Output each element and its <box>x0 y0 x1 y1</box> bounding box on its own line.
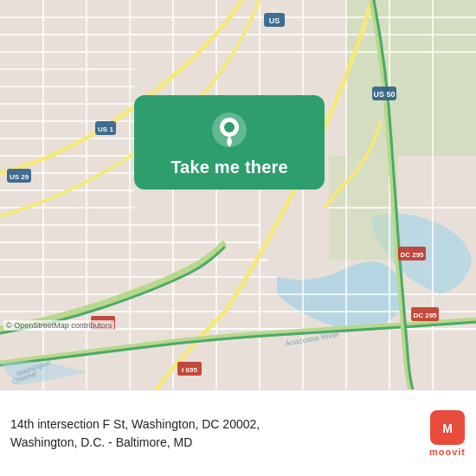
address-line2: Washington, D.C. - Baltimore, MD <box>10 435 192 449</box>
svg-text:DC 295: DC 295 <box>400 251 424 259</box>
map-view: US 1 US 50 US 29 US 1 I 395 I 695 DC 295… <box>0 0 476 389</box>
take-me-there-button[interactable]: Take me there <box>170 158 288 177</box>
map-attribution: © OpenStreetMap contributors <box>3 320 114 331</box>
moovit-branding: M moovit <box>429 410 466 457</box>
svg-text:US 29: US 29 <box>10 173 29 181</box>
address-line1: 14th intersection F St, Washington, DC 2… <box>10 417 260 431</box>
svg-text:DC 295: DC 295 <box>413 312 437 319</box>
svg-point-55 <box>224 122 235 132</box>
svg-text:US 50: US 50 <box>373 90 395 99</box>
svg-text:US: US <box>269 16 280 25</box>
location-pin-icon <box>210 111 248 149</box>
svg-text:US 1: US 1 <box>98 125 113 133</box>
info-bar: 14th intersection F St, Washington, DC 2… <box>0 389 476 476</box>
svg-text:M: M <box>442 421 453 435</box>
address-display: 14th intersection F St, Washington, DC 2… <box>10 415 421 452</box>
location-card[interactable]: Take me there <box>134 95 325 190</box>
moovit-logo-icon: M <box>430 410 465 445</box>
svg-text:I 695: I 695 <box>182 366 197 374</box>
moovit-label: moovit <box>429 447 466 457</box>
svg-text:1: 1 <box>273 6 276 12</box>
